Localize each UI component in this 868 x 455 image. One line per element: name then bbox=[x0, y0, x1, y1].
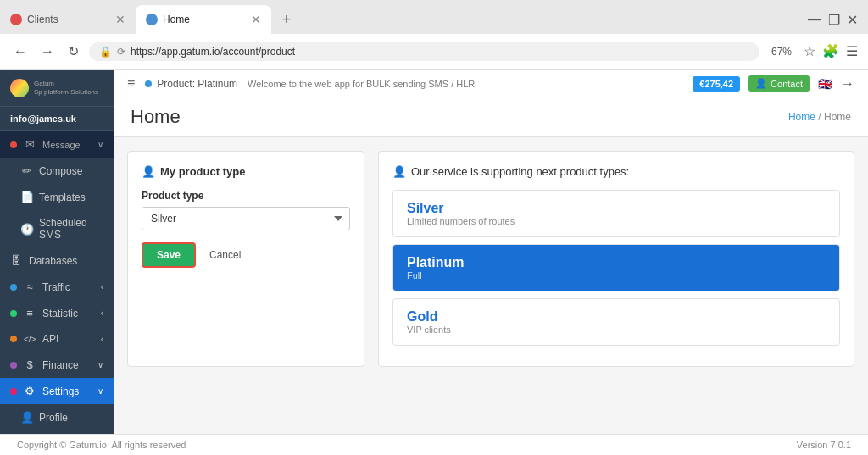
flag-icon[interactable]: 🇬🇧 bbox=[818, 77, 832, 91]
traffic-label: Traffic bbox=[42, 281, 70, 293]
panel-title-icon: 👤 bbox=[142, 165, 155, 178]
sidebar-item-message[interactable]: ✉ Message ∨ bbox=[0, 131, 114, 158]
clients-tab-icon bbox=[10, 14, 22, 25]
settings-icon: ⚙ bbox=[24, 385, 36, 397]
url-text: https://app.gatum.io/account/product bbox=[131, 46, 749, 58]
save-button[interactable]: Save bbox=[142, 242, 196, 268]
address-bar-icons: ☆ 🧩 ☰ bbox=[804, 43, 858, 59]
settings-label: Settings bbox=[42, 386, 79, 397]
traffic-indicator bbox=[10, 284, 17, 291]
back-button[interactable]: ← bbox=[10, 41, 31, 63]
product-name-silver: Silver bbox=[407, 201, 826, 216]
sidebar-nav: ✉ Message ∨ ✏ Compose 📄 Templates 🕐 Sche… bbox=[0, 131, 114, 455]
contact-badge[interactable]: 👤 Contact bbox=[748, 75, 810, 92]
brand-name: Gatum Sp platform Solutions bbox=[34, 80, 98, 96]
product-card-platinum-inner: Platinum Full bbox=[393, 245, 839, 291]
left-panel: 👤 My product type Product type Silver Pl… bbox=[127, 151, 364, 367]
product-type-select[interactable]: Silver Platinum Gold bbox=[142, 207, 350, 230]
sidebar-item-traffic[interactable]: ≈ Traffic ‹ bbox=[0, 274, 114, 300]
databases-label: Databases bbox=[29, 255, 77, 267]
profile-icon: 👤 bbox=[20, 411, 32, 424]
sidebar-item-scheduled[interactable]: 🕐 Scheduled SMS bbox=[0, 210, 114, 247]
forward-button[interactable]: → bbox=[37, 41, 58, 63]
home-tab-icon bbox=[146, 14, 158, 25]
reload-button[interactable]: ↻ bbox=[64, 40, 82, 63]
finance-icon: $ bbox=[24, 358, 36, 371]
footer-version: Version 7.0.1 bbox=[797, 440, 851, 450]
message-indicator bbox=[10, 141, 17, 148]
templates-icon: 📄 bbox=[20, 191, 32, 203]
page-title: Home bbox=[131, 106, 181, 128]
sidebar-item-templates[interactable]: 📄 Templates bbox=[0, 184, 114, 210]
cancel-button[interactable]: Cancel bbox=[203, 244, 248, 266]
footer-copyright: Copyright © Gatum.io. All rights reserve… bbox=[114, 440, 186, 450]
product-name-platinum: Platinum bbox=[407, 255, 826, 270]
menu-icon[interactable]: ☰ bbox=[846, 43, 858, 59]
window-controls: — ❐ ✕ bbox=[808, 12, 868, 28]
service-title-icon: 👤 bbox=[392, 165, 406, 178]
contact-label: Contact bbox=[771, 79, 803, 89]
sidebar-header: Gatum Sp platform Solutions bbox=[0, 70, 114, 107]
message-label: Message bbox=[42, 140, 81, 150]
product-card-gold-inner: Gold VIP clients bbox=[393, 299, 839, 345]
extensions-icon[interactable]: 🧩 bbox=[822, 43, 839, 59]
contact-icon: 👤 bbox=[755, 78, 767, 89]
sidebar-item-databases[interactable]: 🗄 Databases bbox=[0, 247, 114, 274]
logo-icon bbox=[10, 79, 29, 97]
breadcrumb: Home / Home bbox=[788, 111, 851, 123]
content-area: 👤 My product type Product type Silver Pl… bbox=[114, 137, 868, 380]
hamburger-button[interactable]: ≡ bbox=[127, 76, 135, 92]
sidebar-item-api[interactable]: </> API ‹ bbox=[0, 326, 114, 352]
breadcrumb-home-link[interactable]: Home bbox=[788, 111, 815, 123]
service-title-text: Our service is supporting next product t… bbox=[411, 165, 629, 178]
sidebar-item-finance[interactable]: $ Finance ∨ bbox=[0, 352, 114, 378]
security-icon: 🔒 bbox=[99, 46, 112, 58]
tab-home[interactable]: Home ✕ bbox=[136, 5, 271, 34]
sidebar-item-settings[interactable]: ⚙ Settings ∨ bbox=[0, 378, 114, 404]
breadcrumb-separator: / bbox=[818, 111, 824, 123]
topbar-subtitle: Welcome to the web app for BULK sending … bbox=[248, 79, 475, 89]
breadcrumb-current: Home bbox=[824, 111, 851, 123]
maximize-button[interactable]: ❐ bbox=[828, 12, 840, 28]
tab-clients[interactable]: Clients ✕ bbox=[0, 5, 136, 34]
api-icon: </> bbox=[24, 335, 36, 344]
templates-label: Templates bbox=[39, 191, 86, 203]
compose-icon: ✏ bbox=[20, 164, 32, 177]
statistic-arrow: ‹ bbox=[101, 308, 103, 318]
product-dot bbox=[145, 80, 152, 87]
scheduled-label: Scheduled SMS bbox=[39, 217, 103, 241]
message-arrow: ∨ bbox=[97, 140, 103, 149]
sidebar-item-statistic[interactable]: ≡ Statistic ‹ bbox=[0, 300, 114, 326]
sidebar-item-compose[interactable]: ✏ Compose bbox=[0, 158, 114, 184]
zoom-level[interactable]: 67% bbox=[766, 42, 797, 61]
topbar-right: €275,42 👤 Contact 🇬🇧 → bbox=[693, 75, 854, 92]
sidebar-item-profile[interactable]: 👤 Profile bbox=[0, 404, 114, 430]
profile-label: Profile bbox=[39, 412, 68, 424]
home-tab-close[interactable]: ✕ bbox=[251, 13, 261, 26]
sidebar-user: info@james.uk bbox=[0, 107, 114, 131]
address-bar: ← → ↻ 🔒 ⟳ https://app.gatum.io/account/p… bbox=[0, 34, 868, 69]
bookmark-icon[interactable]: ☆ bbox=[804, 43, 815, 59]
minimize-button[interactable]: — bbox=[808, 12, 821, 27]
product-card-silver: Silver Limited numbers of routes bbox=[392, 190, 840, 237]
product-info: Product: Platinum bbox=[145, 78, 237, 90]
address-input[interactable]: 🔒 ⟳ https://app.gatum.io/account/product bbox=[89, 42, 760, 61]
close-window-button[interactable]: ✕ bbox=[847, 12, 858, 28]
clients-tab-close[interactable]: ✕ bbox=[115, 13, 125, 26]
action-buttons: Save Cancel bbox=[142, 242, 350, 268]
sidebar: Gatum Sp platform Solutions info@james.u… bbox=[0, 70, 114, 455]
logout-button[interactable]: → bbox=[841, 76, 854, 92]
api-indicator bbox=[10, 336, 17, 342]
site-icon: ⟳ bbox=[117, 46, 125, 58]
new-tab-button[interactable]: + bbox=[275, 8, 298, 31]
sidebar-logo: Gatum Sp platform Solutions bbox=[10, 79, 103, 97]
settings-indicator bbox=[10, 388, 17, 395]
clients-tab-label: Clients bbox=[27, 14, 58, 25]
service-title: 👤 Our service is supporting next product… bbox=[392, 165, 840, 178]
left-panel-title: 👤 My product type bbox=[142, 165, 350, 178]
api-arrow: ‹ bbox=[101, 335, 103, 344]
settings-arrow: ∨ bbox=[97, 386, 103, 396]
product-name-gold: Gold bbox=[407, 309, 826, 325]
top-bar: ≡ Product: Platinum Welcome to the web a… bbox=[114, 70, 868, 97]
tab-bar: Clients ✕ Home ✕ + — ❐ ✕ bbox=[0, 0, 868, 34]
